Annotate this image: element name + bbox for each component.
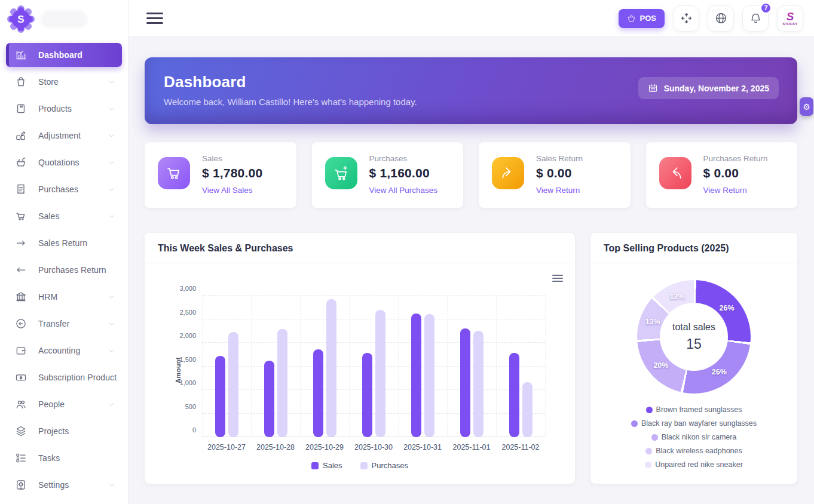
- sidebar-item-subscription-product[interactable]: Subscription Product: [6, 365, 122, 389]
- sidebar-item-sales-return[interactable]: Sales Return: [6, 231, 122, 255]
- bar-group-2025-11-01: [447, 296, 496, 437]
- sidebar-item-quotations[interactable]: Quotations: [6, 150, 122, 174]
- sales-stat-card: Sales $ 1,780.00 View All Sales: [145, 142, 296, 208]
- slice-pct-label: 13%: [669, 293, 684, 301]
- bar-sales-2025-10-29[interactable]: [313, 349, 323, 437]
- people-icon: [14, 398, 27, 411]
- bar-group-2025-10-27: [202, 296, 251, 437]
- bar-sales-2025-11-02[interactable]: [509, 353, 519, 437]
- sidebar-item-purchases[interactable]: Purchases: [6, 177, 122, 201]
- purchases-stat-card: Purchases $ 1,160.00 View All Purchases: [312, 142, 464, 208]
- sidebar-item-hrm[interactable]: HRM: [6, 285, 122, 309]
- donut-legend-item[interactable]: Black nikon slr camera: [651, 433, 737, 441]
- bar-purchases-2025-10-30[interactable]: [375, 310, 385, 437]
- bar-purchases-2025-10-29[interactable]: [326, 299, 336, 437]
- transfer-icon: [14, 317, 27, 330]
- view-purchases-return-link[interactable]: View Return: [703, 186, 747, 195]
- bar-purchases-2025-11-02[interactable]: [522, 382, 533, 437]
- notification-badge: 7: [760, 2, 772, 14]
- legend-label: Black wireless eadphones: [656, 447, 742, 455]
- sidebar-item-people[interactable]: People: [6, 392, 122, 416]
- products-icon: [14, 102, 27, 115]
- sidebar-item-settings[interactable]: Settings: [6, 473, 122, 497]
- stat-label: Sales Return: [536, 154, 583, 163]
- legend-dot: [645, 448, 652, 454]
- donut-legend-item[interactable]: Brown framed sunglasses: [646, 405, 742, 414]
- sidebar-item-adjustment[interactable]: Adjustment: [6, 124, 122, 147]
- sidebar-item-purchases-return[interactable]: Purchases Return: [6, 258, 122, 282]
- bar-purchases-2025-11-01[interactable]: [473, 331, 483, 437]
- bar-group-2025-11-02: [496, 296, 545, 437]
- stat-amount: $ 1,780.00: [202, 166, 262, 180]
- legend-dot: [646, 407, 653, 413]
- donut-legend-item[interactable]: Unpaired red nike sneaker: [645, 460, 743, 469]
- bar-group-2025-10-28: [251, 296, 300, 437]
- sales-icon: [14, 210, 27, 223]
- sidebar-item-dashboard[interactable]: Dashboard: [6, 43, 122, 67]
- menu-toggle-icon[interactable]: [146, 10, 163, 27]
- projects-icon: [14, 425, 27, 438]
- y-tick-label: 500: [185, 403, 196, 410]
- bell-icon: [749, 12, 762, 24]
- sidebar-item-label: Subscription Product: [38, 373, 117, 382]
- donut-chart[interactable]: total sales 15 26%26%20%13%13%: [637, 280, 751, 394]
- bar-sales-2025-10-28[interactable]: [264, 361, 274, 437]
- fullscreen-button[interactable]: [673, 5, 699, 32]
- x-axis-labels: 2025-10-272025-10-282025-10-292025-10-30…: [202, 443, 545, 451]
- view-all-purchases-link[interactable]: View All Purchases: [369, 186, 438, 195]
- legend-label: Sales: [323, 461, 342, 470]
- view-all-sales-link[interactable]: View All Sales: [202, 186, 253, 195]
- sidebar-item-accounting[interactable]: Accounting: [6, 339, 122, 362]
- sidebar-item-transfer[interactable]: Transfer: [6, 312, 122, 336]
- sidebar-item-label: Accounting: [38, 346, 108, 355]
- bar-sales-2025-10-31[interactable]: [411, 314, 421, 437]
- sales-return-stat-card: Sales Return $ 0.00 View Return: [479, 142, 631, 208]
- sidebar-item-projects[interactable]: Projects: [6, 419, 122, 443]
- bar-sales-2025-10-30[interactable]: [362, 353, 372, 437]
- legend-swatch: [360, 462, 368, 469]
- sidebar-item-sales[interactable]: Sales: [6, 204, 122, 228]
- stat-label: Purchases: [369, 154, 438, 163]
- chevron-down-icon: [108, 212, 116, 220]
- legend-item-purchases[interactable]: Purchases: [360, 461, 408, 470]
- view-sales-return-link[interactable]: View Return: [536, 186, 580, 195]
- pos-button[interactable]: POS: [619, 9, 665, 28]
- legend-swatch: [311, 462, 319, 469]
- sidebar-item-label: Products: [38, 104, 108, 113]
- sidebar-nav: DashboardStoreProductsAdjustmentQuotatio…: [0, 38, 128, 497]
- x-tick-label: 2025-11-01: [447, 443, 496, 451]
- donut-legend-item[interactable]: Black wireless eadphones: [645, 447, 742, 455]
- sidebar-logo-row: S: [0, 0, 128, 38]
- bar-purchases-2025-10-28[interactable]: [277, 329, 287, 437]
- legend-label: Purchases: [372, 461, 408, 470]
- language-button[interactable]: [708, 5, 734, 32]
- sidebar-item-store[interactable]: Store: [6, 70, 122, 94]
- bar-purchases-2025-10-31[interactable]: [424, 314, 434, 437]
- sidebar-item-products[interactable]: Products: [6, 97, 122, 121]
- charts-row: This Week Sales & Purchases Amount 05001…: [145, 233, 797, 484]
- donut-legend-item[interactable]: Black ray ban wayfarer sunglasses: [631, 419, 757, 428]
- bar-sales-2025-11-01[interactable]: [460, 328, 470, 437]
- sidebar-item-label: Dashboard: [38, 50, 116, 60]
- sidebar-item-label: People: [38, 399, 108, 409]
- sidebar-item-label: Sales: [38, 211, 108, 221]
- bar-purchases-2025-10-27[interactable]: [228, 332, 238, 437]
- hrm-icon: [14, 290, 27, 303]
- chevron-down-icon: [108, 293, 116, 301]
- notifications-button[interactable]: 7: [742, 5, 769, 32]
- reply-arrow-icon: [659, 157, 691, 189]
- purchases-icon: [14, 183, 27, 196]
- legend-dot: [645, 462, 651, 468]
- legend-item-sales[interactable]: Sales: [311, 461, 342, 470]
- fullscreen-icon: [680, 12, 693, 24]
- app-logo-icon: S: [7, 5, 35, 33]
- subscription-icon: [14, 371, 27, 384]
- sidebar-item-tasks[interactable]: Tasks: [6, 446, 122, 470]
- user-avatar[interactable]: S STOCKY: [777, 5, 803, 32]
- theme-settings-button[interactable]: ⚙: [800, 97, 813, 116]
- bar-sales-2025-10-27[interactable]: [215, 356, 225, 437]
- gridline: [545, 296, 546, 437]
- legend-label: Unpaired red nike sneaker: [655, 460, 743, 469]
- chart-menu-icon[interactable]: [552, 273, 563, 284]
- slice-pct-label: 13%: [645, 318, 660, 326]
